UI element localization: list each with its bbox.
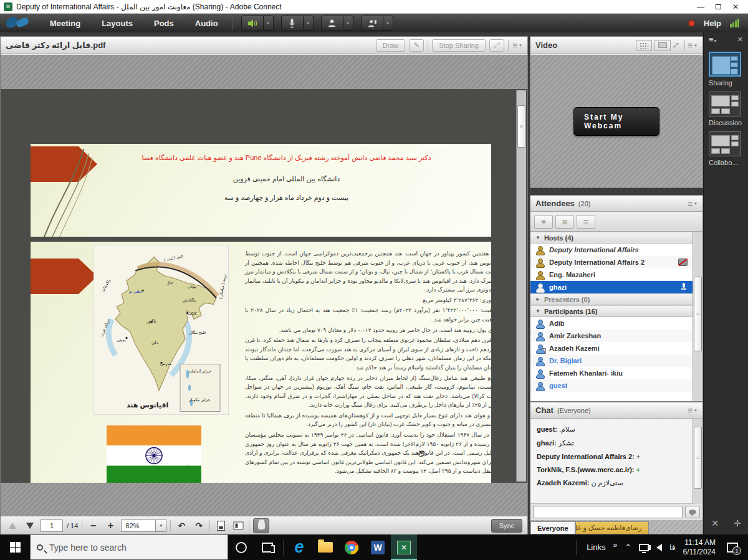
pdf-view-area[interactable]: دکتر سید محمد قاضی دانش آموخته رشته فیزی… [1,89,527,483]
layout-discussion[interactable]: Discussion [709,92,743,126]
share-pod-menu-icon[interactable]: ≡▼ [512,40,522,50]
slide-arrow-decoration [31,259,97,294]
stop-sharing-button[interactable]: Stop Sharing [432,39,486,52]
attendees-scrollbar[interactable]: ≡ [693,232,702,401]
menu-pods[interactable]: Pods [154,19,174,28]
speaker-button[interactable]: ▼ [241,16,274,31]
breakout-view-icon[interactable]: ⊞ [555,215,574,229]
fullscreen-icon[interactable]: ⤢ [489,39,504,52]
layouts-menu-icon[interactable]: ≡▼ [709,35,717,44]
start-webcam-button[interactable]: Start My Webcam [573,107,659,136]
fit-page-icon[interactable] [214,519,228,533]
group-label: Hosts (4) [544,234,573,242]
attendee-row[interactable]: Eng. Mazaheri [530,268,693,281]
attendee-row[interactable]: Deputy International Affairs 2 [530,256,693,268]
taskbar-search[interactable]: Type here to search [30,534,228,560]
group-label: Participants (16) [544,308,598,315]
attendee-row[interactable]: Azadeh Kazemi [530,342,693,354]
next-page-button[interactable] [23,519,37,533]
rotate-left-icon[interactable]: ↶ [175,519,188,533]
send-chat-icon[interactable] [685,506,700,518]
task-view-button[interactable] [254,534,280,560]
connection-signal-icon[interactable] [730,19,739,27]
zoom-level-value[interactable]: 82% [121,520,156,532]
previous-page-button[interactable] [6,519,19,533]
menu-layouts[interactable]: Layouts [102,19,133,28]
cortana-button[interactable] [228,534,254,560]
zoom-dropdown-icon[interactable]: ▼ [156,520,166,532]
zoom-out-button[interactable]: − [86,519,100,533]
chat-scrollbar-thumb[interactable]: ≡ [694,427,702,489]
layouts-close-icon[interactable]: ✕ [737,36,743,44]
zoom-in-button[interactable]: + [103,519,117,533]
document-scrollbar[interactable]: ≡ [516,90,526,482]
attendee-row[interactable]: Amir Zarkeshan [530,330,693,342]
maximize-button[interactable] [709,1,727,12]
edge-icon[interactable]: e [286,534,312,560]
microphone-button[interactable]: ▼ [281,16,314,31]
network-icon[interactable] [639,544,649,551]
layout-sharing[interactable]: Sharing [709,52,743,87]
attendee-name: Azadeh Kazemi [549,344,600,352]
action-center-button[interactable]: 1 [723,534,742,560]
taskbar-clock[interactable]: 11:14 AM 6/11/2024 [683,538,716,557]
attendee-row[interactable]: Deputy International Affairs [530,244,693,256]
word-icon[interactable]: W [365,534,391,560]
chat-tab[interactable]: رضاى‌فاطمه جسک و غل ... [575,521,649,534]
close-button[interactable]: ✕ [727,1,744,12]
window-title: Deputy of International Affairs - معاونت… [16,2,692,11]
minimize-button[interactable]: — [692,1,709,12]
pdf-page-1: دکتر سید محمد قاضی دانش آموخته رشته فیزی… [31,144,491,237]
attendee-row[interactable]: Dr. Biglari [530,354,693,367]
group-presenters[interactable]: ►Presenters (0) [530,293,693,305]
attendee-row[interactable]: guest [530,379,693,392]
volume-icon[interactable] [656,544,662,551]
page-number-input[interactable] [41,520,63,532]
chat-scrollbar[interactable]: ≡ [693,419,702,504]
video-fullscreen-icon[interactable]: ⤢ [673,42,682,49]
group-hosts[interactable]: ▼Hosts (4) [530,232,693,244]
chat-message-area: guest: سلام.ghazi: تشکرDeputy Internatio… [530,419,693,504]
menu-audio[interactable]: Audio [195,19,218,28]
add-layout-icon[interactable]: ✛ [734,518,741,528]
chrome-icon[interactable] [338,534,365,560]
grid-view-icon[interactable] [636,40,652,51]
group-participants[interactable]: ▼Participants (16) [530,305,693,317]
raise-hand-button[interactable]: ▼ [361,16,393,31]
hand-tool-button[interactable] [253,518,269,533]
attendee-status-view-icon[interactable]: ☰ [577,215,595,229]
attendees-pod-menu-icon[interactable]: ≡▼ [688,199,698,209]
chat-input[interactable] [533,506,683,518]
attendee-person-icon [535,245,544,254]
attendees-pod-header: Attendees (20) ≡▼ [530,196,702,212]
adobe-connect-taskbar-icon[interactable]: ✕ [391,534,417,560]
filmstrip-view-icon[interactable] [654,40,671,51]
links-toolbar[interactable]: Links [587,543,605,552]
attendee-person-icon [535,331,544,340]
show-hidden-icons[interactable]: ⌃ [625,543,631,552]
attendee-row[interactable]: Fatemeh Khanlari- ikiu [530,367,693,379]
delete-layout-icon[interactable]: ✕ [711,518,719,528]
document-scrollbar-thumb[interactable]: ≡ [517,105,525,148]
layout-collabo[interactable]: Collabo... [709,131,743,166]
rotate-right-icon[interactable]: ↷ [192,519,206,533]
start-button[interactable] [0,534,30,560]
attendee-row[interactable]: Adib [530,317,693,330]
fit-width-icon[interactable] [231,519,245,533]
draw-button[interactable]: Draw [376,39,406,52]
video-pod-menu-icon[interactable]: ≡▼ [688,40,698,50]
attendee-list-view-icon[interactable]: ≣ [534,215,553,229]
slide2-bullet: آب و هوای هند دارای تنوع بسیار قابل توجه… [245,411,491,429]
attendee-row[interactable]: ghazi [530,281,693,293]
language-indicator[interactable]: فا [669,543,675,552]
help-menu[interactable]: Help [704,19,721,28]
links-overflow-icon[interactable]: » [613,541,618,549]
chat-pod-menu-icon[interactable]: ≡▼ [688,406,698,415]
attendees-scrollbar-thumb[interactable]: ≡ [694,277,702,351]
chat-tab[interactable]: Everyone [530,521,575,534]
webcam-button[interactable]: ▼ [321,16,353,31]
file-explorer-icon[interactable] [312,534,338,560]
menu-meeting[interactable]: Meeting [50,19,80,28]
pointer-pen-icon[interactable]: ✎ [409,39,424,52]
sync-button[interactable]: Sync [491,519,522,533]
